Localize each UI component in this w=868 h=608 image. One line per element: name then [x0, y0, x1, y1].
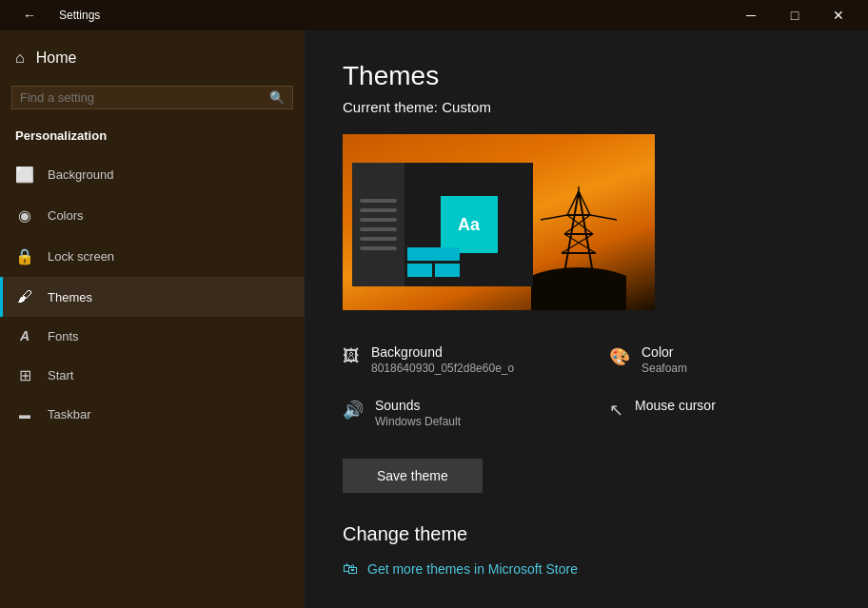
maximize-button[interactable]: □: [773, 0, 817, 30]
preview-sidebar-line: [360, 199, 397, 203]
sounds-info-value: Windows Default: [375, 415, 461, 428]
svg-point-0: [531, 267, 626, 310]
sidebar-item-start[interactable]: ⊞ Start: [0, 355, 305, 396]
sounds-info-label: Sounds: [375, 398, 461, 413]
back-button[interactable]: ←: [8, 0, 51, 30]
svg-line-14: [590, 215, 617, 220]
tower-silhouette: [531, 186, 626, 310]
start-icon: ⊞: [15, 366, 34, 384]
preview-sidebar-line: [360, 246, 397, 250]
theme-info-grid: 🖼 Background 8018640930_05f2d8e60e_o 🎨 C…: [343, 333, 868, 440]
sidebar-item-label: Fonts: [48, 329, 79, 343]
sidebar-item-label: Start: [48, 368, 73, 382]
home-icon: ⌂: [15, 49, 25, 67]
lock-screen-icon: 🔒: [15, 247, 34, 265]
theme-info-color[interactable]: 🎨 Color Seafoam: [609, 333, 868, 386]
title-bar-left: ← Settings: [8, 0, 729, 30]
color-info-icon: 🎨: [609, 346, 630, 367]
search-icon[interactable]: 🔍: [269, 90, 285, 105]
preview-tile: [407, 264, 432, 277]
preview-sidebar-line: [360, 218, 397, 222]
theme-info-mouse-cursor[interactable]: ↖ Mouse cursor: [609, 386, 868, 440]
search-box: 🔍: [11, 86, 293, 109]
save-theme-label: Save theme: [377, 468, 448, 483]
mouse-cursor-info-label: Mouse cursor: [635, 398, 716, 413]
close-icon: ✕: [833, 8, 844, 23]
preview-sidebar-line: [360, 237, 397, 241]
app-body: ⌂ Home 🔍 Personalization ⬜ Background ◉ …: [0, 30, 868, 608]
preview-tiles: [407, 247, 460, 277]
sidebar-item-label: Lock screen: [48, 249, 114, 264]
svg-line-13: [541, 215, 567, 220]
search-input[interactable]: [20, 90, 269, 105]
maximize-icon: □: [791, 8, 799, 23]
themes-icon: 🖌: [15, 288, 34, 305]
color-info-label: Color: [641, 344, 687, 360]
preview-sidebar-strip: [352, 163, 404, 286]
mouse-cursor-info-icon: ↖: [609, 400, 623, 421]
background-info-text: Background 8018640930_05f2d8e60e_o: [371, 344, 514, 375]
sidebar-item-label: Colors: [48, 208, 84, 223]
preview-aa-box: Aa: [441, 196, 498, 253]
preview-tile: [435, 264, 460, 277]
fonts-icon: A: [15, 328, 34, 343]
change-theme-title: Change theme: [343, 523, 830, 545]
store-icon: 🛍: [343, 560, 358, 578]
background-info-icon: 🖼: [343, 346, 360, 366]
store-link[interactable]: 🛍 Get more themes in Microsoft Store: [343, 560, 830, 578]
preview-sidebar-line: [360, 208, 397, 212]
save-theme-button[interactable]: Save theme: [343, 459, 483, 493]
minimize-icon: ─: [746, 8, 756, 23]
sidebar-item-lock-screen[interactable]: 🔒 Lock screen: [0, 236, 305, 277]
sidebar-item-label: Taskbar: [48, 407, 91, 422]
background-info-label: Background: [371, 344, 514, 360]
theme-info-sounds[interactable]: 🔊 Sounds Windows Default: [343, 386, 609, 440]
sidebar-item-label: Themes: [48, 290, 92, 304]
preview-tile-wide: [407, 247, 460, 261]
background-info-value: 8018640930_05f2d8e60e_o: [371, 362, 514, 375]
sidebar-item-taskbar[interactable]: ▬ Taskbar: [0, 396, 305, 433]
sidebar-item-label: Background: [48, 167, 113, 182]
sidebar-home-label: Home: [36, 49, 77, 67]
preview-window: Aa: [352, 163, 533, 286]
store-link-label: Get more themes in Microsoft Store: [367, 561, 578, 577]
colors-icon: ◉: [15, 206, 34, 225]
theme-info-background[interactable]: 🖼 Background 8018640930_05f2d8e60e_o: [343, 333, 609, 386]
back-icon: ←: [23, 8, 36, 23]
title-bar: ← Settings ─ □ ✕: [0, 0, 868, 30]
page-title: Themes: [343, 61, 830, 91]
color-info-value: Seafoam: [641, 362, 687, 375]
sidebar-item-home[interactable]: ⌂ Home: [0, 30, 305, 86]
minimize-button[interactable]: ─: [729, 0, 773, 30]
color-info-text: Color Seafoam: [641, 344, 687, 375]
preview-sidebar-line: [360, 227, 397, 231]
current-theme-label: Current theme: Custom: [343, 99, 830, 115]
sidebar-item-themes[interactable]: 🖌 Themes: [0, 277, 305, 317]
taskbar-icon: ▬: [15, 408, 34, 422]
sidebar-item-fonts[interactable]: A Fonts: [0, 317, 305, 355]
sidebar: ⌂ Home 🔍 Personalization ⬜ Background ◉ …: [0, 30, 305, 608]
sounds-info-icon: 🔊: [343, 400, 364, 421]
main-content: Themes Current theme: Custom: [305, 30, 868, 608]
close-button[interactable]: ✕: [817, 0, 860, 30]
background-icon: ⬜: [15, 166, 34, 184]
mouse-cursor-info-text: Mouse cursor: [635, 398, 716, 413]
title-bar-controls: ─ □ ✕: [729, 0, 860, 30]
sidebar-item-background[interactable]: ⬜ Background: [0, 154, 305, 195]
sidebar-item-colors[interactable]: ◉ Colors: [0, 195, 305, 236]
theme-preview: Aa: [343, 134, 655, 310]
sounds-info-text: Sounds Windows Default: [375, 398, 461, 428]
title-bar-title: Settings: [59, 9, 100, 22]
sidebar-section-label: Personalization: [0, 121, 305, 154]
